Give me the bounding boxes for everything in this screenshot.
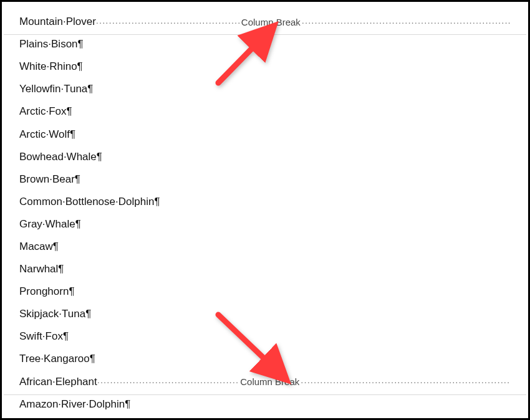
column-break-label: Column Break xyxy=(240,17,302,27)
paragraph: Pronghorn¶ xyxy=(19,280,511,303)
paragraph: Common·Bottlenose·Dolphin¶ xyxy=(19,191,511,213)
paragraph-text: Swift·Fox¶ xyxy=(19,330,69,343)
paragraph-text: African·Elephant xyxy=(19,376,97,388)
break-leader-dots: ········································… xyxy=(96,17,240,27)
break-leader-dots: ········································… xyxy=(301,376,511,387)
paragraph-text: Brown·Bear¶ xyxy=(19,173,80,186)
paragraph-text: Arctic·Fox¶ xyxy=(19,105,72,118)
paragraph: Tree·Kangaroo¶ xyxy=(19,348,511,370)
column-break-label: Column Break xyxy=(239,376,301,387)
paragraph: Yellowfin·Tuna¶ xyxy=(19,78,511,100)
paragraph-text: Macaw¶ xyxy=(19,241,59,253)
paragraph-text: Plains·Bison¶ xyxy=(19,38,84,50)
break-leader-dots: ········································… xyxy=(97,376,239,387)
paragraph: Bowhead·Whale¶ xyxy=(19,146,511,168)
paragraph-text: Amazon·River·Dolphin¶ xyxy=(19,398,130,411)
paragraph-text: Yellowfin·Tuna¶ xyxy=(19,83,93,95)
paragraph-text: Common·Bottlenose·Dolphin¶ xyxy=(19,196,160,208)
paragraph: Narwhal¶ xyxy=(19,258,511,280)
paragraph: Brown·Bear¶ xyxy=(19,168,511,191)
paragraph: Gray·Whale¶ xyxy=(19,213,511,236)
paragraph: Skipjack·Tuna¶ xyxy=(19,303,511,325)
paragraph: Swift·Fox¶ xyxy=(19,325,511,348)
paragraph-text: White·Rhino¶ xyxy=(19,60,83,73)
paragraph: White·Rhino¶ xyxy=(19,55,511,78)
paragraph-text: Narwhal¶ xyxy=(19,263,64,275)
section-divider xyxy=(4,34,526,35)
paragraph: Amazon·River·Dolphin¶ xyxy=(19,393,511,416)
break-leader-dots: ········································… xyxy=(302,17,511,27)
paragraph-with-column-break: African·Elephant ·······················… xyxy=(19,371,511,393)
paragraph: Arctic·Fox¶ xyxy=(19,100,511,123)
paragraph-text: Mountain·Plover xyxy=(19,16,96,28)
paragraph: Macaw¶ xyxy=(19,236,511,258)
paragraph-text: Skipjack·Tuna¶ xyxy=(19,308,91,320)
paragraph: Arctic·Wolf¶ xyxy=(19,123,511,145)
paragraph-text: Bowhead·Whale¶ xyxy=(19,151,102,163)
paragraph-text: Gray·Whale¶ xyxy=(19,218,81,231)
document-frame: Mountain·Plover ························… xyxy=(0,0,530,420)
paragraph: Plains·Bison¶ xyxy=(19,33,511,55)
section-divider xyxy=(4,394,526,395)
paragraph-with-column-break: Mountain·Plover ························… xyxy=(19,11,511,33)
paragraph-text: Pronghorn¶ xyxy=(19,285,75,298)
paragraph-text: Tree·Kangaroo¶ xyxy=(19,353,95,365)
paragraph-text: Arctic·Wolf¶ xyxy=(19,128,75,141)
